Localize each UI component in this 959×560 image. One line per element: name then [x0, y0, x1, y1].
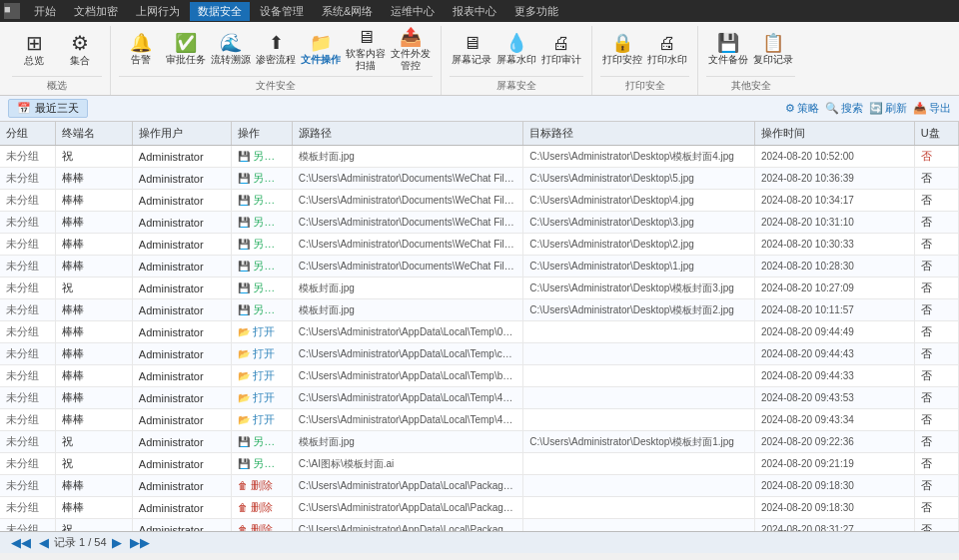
op-icon: 🗑	[238, 480, 248, 491]
cell-src: 模板封面.jpg	[292, 431, 523, 453]
table-row[interactable]: 未分组 棒棒 Administrator 🗑 删除 C:\Users\Admin…	[0, 497, 959, 519]
export-label: 导出	[929, 101, 951, 116]
cell-u: 否	[914, 168, 958, 190]
menu-more[interactable]: 更多功能	[506, 2, 566, 21]
cell-src: C:\Users\Administrator\AppData\Local\Tem…	[292, 321, 523, 343]
filter-refresh-btn[interactable]: 🔄 刷新	[869, 101, 907, 116]
table-row[interactable]: 未分组 祝 Administrator 💾 另存为 模板封面.jpg C:\Us…	[0, 278, 959, 299]
table-row[interactable]: 未分组 棒棒 Administrator 💾 另存为 C:\Users\Admi…	[0, 234, 959, 256]
toolbar-fileop[interactable]: 📁 文件操作	[299, 26, 343, 74]
cell-term: 棒棒	[55, 168, 132, 190]
filter-policy-btn[interactable]: ⚙ 策略	[785, 101, 819, 116]
cell-u: 否	[914, 343, 958, 365]
refresh-label: 刷新	[885, 101, 907, 116]
cell-user: Administrator	[132, 168, 231, 190]
toolbar-alert[interactable]: 🔔 告警	[119, 26, 163, 74]
table-row[interactable]: 未分组 祝 Administrator 💾 另存为 C:\AI图标\模板封面.a…	[0, 453, 959, 475]
toolbar-printctrl[interactable]: 🔒 打印安控	[600, 26, 644, 74]
cell-time: 2024-08-20 10:27:09	[754, 278, 914, 299]
filter-tag-time[interactable]: 📅 最近三天	[8, 99, 88, 118]
page-nav: ◀◀ ◀ 记录 1 / 54 ▶ ▶▶	[8, 535, 153, 550]
filesend-icon: 📤	[400, 28, 422, 46]
table-row[interactable]: 未分组 棒棒 Administrator 📂 打开 C:\Users\Admin…	[0, 365, 959, 387]
table-row[interactable]: 未分组 棒棒 Administrator 📂 打开 C:\Users\Admin…	[0, 387, 959, 409]
table-row[interactable]: 未分组 棒棒 Administrator 💾 另存为 C:\Users\Admi…	[0, 212, 959, 234]
toolbar-overview[interactable]: ⊞ 总览	[12, 26, 56, 74]
menu-sysnet[interactable]: 系统&网络	[314, 2, 381, 21]
menu-ops[interactable]: 运维中心	[383, 2, 443, 21]
cell-user: Administrator	[132, 343, 231, 365]
table-row[interactable]: 未分组 祝 Administrator 💾 另存为 模板封面.jpg C:\Us…	[0, 146, 959, 168]
table-row[interactable]: 未分组 棒棒 Administrator 📂 打开 C:\Users\Admin…	[0, 343, 959, 365]
table-row[interactable]: 未分组 棒棒 Administrator 💾 另存为 C:\Users\Admi…	[0, 256, 959, 278]
menu-report[interactable]: 报表中心	[445, 2, 504, 21]
group-label-gailan: 概选	[12, 76, 102, 95]
cell-group: 未分组	[0, 321, 55, 343]
export-icon: 📥	[913, 102, 927, 115]
collection-label: 集合	[70, 55, 90, 67]
table-row[interactable]: 未分组 棒棒 Administrator 💾 另存为 C:\Users\Admi…	[0, 168, 959, 190]
cell-src: C:\Users\Administrator\Documents\WeChat …	[292, 234, 523, 256]
cell-user: Administrator	[132, 409, 231, 431]
cell-term: 棒棒	[55, 190, 132, 212]
cell-src: C:\Users\Administrator\AppData\Local\Tem…	[292, 365, 523, 387]
toolbar-screenwm[interactable]: 💧 屏幕水印	[494, 26, 538, 74]
nav-next-btn[interactable]: ▶	[109, 535, 125, 550]
toolbar-collection[interactable]: ⚙ 集合	[58, 26, 102, 74]
cell-user: Administrator	[132, 278, 231, 299]
filter-search-btn[interactable]: 🔍 搜索	[825, 101, 863, 116]
cell-src: 模板封面.jpg	[292, 299, 523, 321]
cell-group: 未分组	[0, 299, 55, 321]
cell-src: C:\Users\Administrator\Documents\WeChat …	[292, 256, 523, 278]
toolbar-approval[interactable]: ✅ 审批任务	[164, 26, 208, 74]
nav-prev-btn[interactable]: ◀	[36, 535, 52, 550]
cell-op: 💾 另存为	[232, 256, 293, 278]
toolbar-printwm[interactable]: 🖨 打印水印	[645, 26, 689, 74]
table-row[interactable]: 未分组 棒棒 Administrator 📂 打开 C:\Users\Admin…	[0, 321, 959, 343]
menu-devmgr[interactable]: 设备管理	[252, 2, 312, 21]
table-row[interactable]: 未分组 棒棒 Administrator 💾 另存为 模板封面.jpg C:\U…	[0, 299, 959, 321]
toolbar-printaudit[interactable]: 🖨 打印审计	[539, 26, 583, 74]
approval-label: 审批任务	[166, 54, 206, 66]
menu-docenc[interactable]: 文档加密	[66, 2, 126, 21]
cell-group: 未分组	[0, 409, 55, 431]
table-row[interactable]: 未分组 祝 Administrator 💾 另存为 模板封面.jpg C:\Us…	[0, 431, 959, 453]
table-row[interactable]: 未分组 棒棒 Administrator 💾 另存为 C:\Users\Admi…	[0, 190, 959, 212]
cell-op: 💾 另存为	[232, 146, 293, 168]
toolbar-trace[interactable]: 🌊 流转溯源	[209, 26, 253, 74]
toolbar-filebak[interactable]: 💾 文件备份	[706, 26, 750, 74]
op-icon: 💾	[238, 217, 250, 228]
op-icon: 📂	[238, 370, 250, 381]
cell-group: 未分组	[0, 497, 55, 519]
cell-op: 💾 另存为	[232, 453, 293, 475]
menu-webact[interactable]: 上网行为	[128, 2, 188, 21]
cell-group: 未分组	[0, 343, 55, 365]
op-icon: 💾	[238, 282, 250, 293]
nav-first-btn[interactable]: ◀◀	[8, 535, 34, 550]
toolbar-copyrec[interactable]: 📋 复印记录	[751, 26, 795, 74]
table-row[interactable]: 未分组 棒棒 Administrator 📂 打开 C:\Users\Admin…	[0, 409, 959, 431]
printwm-label: 打印水印	[647, 54, 687, 66]
toolbar-filesend[interactable]: 📤 文件外发管控	[389, 26, 433, 74]
filter-bar: 📅 最近三天 ⚙ 策略 🔍 搜索 🔄 刷新 📥 导出	[0, 96, 959, 122]
scan-label: 软客内容扫描	[346, 48, 386, 72]
menu-datasec[interactable]: 数据安全	[190, 2, 250, 21]
cell-u: 否	[914, 409, 958, 431]
toolbar-leak[interactable]: ⬆ 渗密流程	[254, 26, 298, 74]
cell-dst: C:\Users\Administrator\Desktop\5.jpg	[523, 168, 755, 190]
table-container: 分组 终端名 操作用户 操作 源路径 目标路径 操作时间 U盘 未分组 祝 Ad…	[0, 122, 959, 531]
nav-last-btn[interactable]: ▶▶	[127, 535, 153, 550]
table-row[interactable]: 未分组 祝 Administrator 🗑 删除 C:\Users\Admini…	[0, 519, 959, 532]
filter-export-btn[interactable]: 📥 导出	[913, 101, 951, 116]
op-icon: 📂	[238, 348, 250, 359]
alert-icon: 🔔	[130, 34, 152, 52]
toolbar-scan[interactable]: 🖥 软客内容扫描	[344, 26, 388, 74]
toolbar-screenrec[interactable]: 🖥 屏幕记录	[450, 26, 493, 74]
cell-term: 棒棒	[55, 409, 132, 431]
cell-time: 2024-08-20 09:22:36	[754, 431, 914, 453]
table-row[interactable]: 未分组 棒棒 Administrator 🗑 删除 C:\Users\Admin…	[0, 475, 959, 497]
printaudit-icon: 🖨	[552, 34, 570, 52]
menu-start[interactable]: 开始	[26, 2, 64, 21]
cell-dst: C:\Users\Administrator\Desktop\3.jpg	[523, 212, 755, 234]
cell-dst: C:\Users\Administrator\Desktop\2.jpg	[523, 234, 755, 256]
